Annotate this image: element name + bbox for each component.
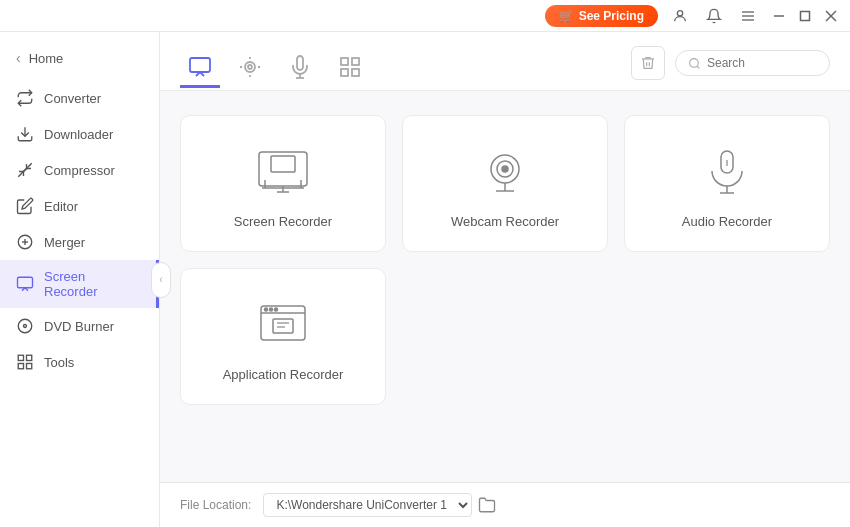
tab-apps[interactable] — [330, 48, 370, 88]
cart-icon: 🛒 — [559, 9, 574, 23]
svg-point-52 — [275, 308, 278, 311]
file-path-select[interactable]: K:\Wondershare UniConverter 1 C:\Users\U… — [263, 493, 472, 517]
svg-rect-18 — [27, 355, 32, 360]
screen-recorder-icon — [16, 275, 34, 293]
sidebar-item-compressor[interactable]: Compressor — [0, 152, 159, 188]
sidebar-item-dvd-burner-label: DVD Burner — [44, 319, 114, 334]
sidebar-item-downloader[interactable]: Downloader — [0, 116, 159, 152]
footer-path: K:\Wondershare UniConverter 1 C:\Users\U… — [263, 493, 496, 517]
recorder-grid-row2: Application Recorder — [180, 268, 830, 405]
sidebar-item-converter-label: Converter — [44, 91, 101, 106]
search-input[interactable] — [707, 56, 817, 70]
tab-webcam[interactable] — [230, 48, 270, 88]
svg-point-41 — [502, 166, 508, 172]
svg-rect-26 — [341, 58, 348, 65]
svg-rect-17 — [18, 355, 23, 360]
webcam-recorder-card-label: Webcam Recorder — [451, 214, 559, 229]
svg-rect-32 — [259, 152, 307, 186]
tab-audio[interactable] — [280, 48, 320, 88]
tab-screen[interactable] — [180, 48, 220, 88]
svg-point-30 — [690, 58, 699, 67]
recorder-grid-row1: Screen Recorder Webcam Recorder — [180, 115, 830, 252]
see-pricing-button[interactable]: 🛒 See Pricing — [545, 5, 658, 27]
downloader-icon — [16, 125, 34, 143]
sidebar-item-tools-label: Tools — [44, 355, 74, 370]
svg-rect-21 — [190, 58, 210, 72]
svg-line-31 — [697, 66, 699, 68]
sidebar-item-editor-label: Editor — [44, 199, 78, 214]
search-icon — [688, 57, 701, 70]
close-button[interactable] — [820, 5, 842, 27]
maximize-button[interactable] — [794, 5, 816, 27]
webcam-recorder-card-icon — [477, 144, 533, 200]
audio-recorder-card-icon — [699, 144, 755, 200]
compressor-icon — [16, 161, 34, 179]
browse-folder-button[interactable] — [478, 496, 496, 514]
svg-line-10 — [18, 169, 26, 177]
toolbar — [160, 32, 850, 91]
sidebar-home[interactable]: ‹ Home — [0, 42, 159, 74]
see-pricing-label: See Pricing — [579, 9, 644, 23]
screen-recorder-card-icon — [255, 144, 311, 200]
sidebar-item-dvd-burner[interactable]: DVD Burner — [0, 308, 159, 344]
svg-point-50 — [265, 308, 268, 311]
sidebar-item-tools[interactable]: Tools — [0, 344, 159, 380]
svg-point-15 — [18, 319, 32, 333]
svg-rect-14 — [18, 277, 33, 288]
menu-button[interactable] — [734, 2, 762, 30]
title-bar-icons — [666, 2, 762, 30]
converter-icon — [16, 89, 34, 107]
application-recorder-card[interactable]: Application Recorder — [180, 268, 386, 405]
footer: File Location: K:\Wondershare UniConvert… — [160, 482, 850, 527]
audio-recorder-card[interactable]: Audio Recorder — [624, 115, 830, 252]
merger-icon — [16, 233, 34, 251]
svg-point-23 — [248, 65, 252, 69]
hamburger-icon — [740, 8, 756, 24]
toolbar-actions — [631, 46, 830, 90]
minimize-button[interactable] — [768, 5, 790, 27]
sidebar-item-merger-label: Merger — [44, 235, 85, 250]
screen-recorder-card[interactable]: Screen Recorder — [180, 115, 386, 252]
grid-area: Screen Recorder Webcam Recorder — [160, 91, 850, 482]
editor-icon — [16, 197, 34, 215]
webcam-recorder-card[interactable]: Webcam Recorder — [402, 115, 608, 252]
sidebar-item-compressor-label: Compressor — [44, 163, 115, 178]
svg-rect-53 — [273, 319, 293, 333]
svg-point-0 — [677, 10, 682, 15]
main-content: Screen Recorder Webcam Recorder — [160, 32, 850, 527]
sidebar-collapse-button[interactable]: ‹ — [151, 262, 171, 298]
sidebar-item-downloader-label: Downloader — [44, 127, 113, 142]
audio-recorder-card-label: Audio Recorder — [682, 214, 772, 229]
svg-rect-19 — [27, 364, 32, 369]
search-box — [675, 50, 830, 76]
home-label: Home — [29, 51, 64, 66]
svg-point-22 — [245, 62, 255, 72]
svg-point-51 — [270, 308, 273, 311]
file-location-label: File Location: — [180, 498, 251, 512]
back-arrow-icon: ‹ — [16, 50, 21, 66]
app-container: ‹ Home Converter Downloader — [0, 32, 850, 527]
svg-rect-27 — [352, 58, 359, 65]
user-icon — [672, 8, 688, 24]
folder-icon — [478, 496, 496, 514]
sidebar-item-screen-recorder[interactable]: Screen Recorder — [0, 260, 159, 308]
title-bar: 🛒 See Pricing — [0, 0, 850, 32]
sidebar-item-converter[interactable]: Converter — [0, 80, 159, 116]
svg-rect-29 — [341, 69, 348, 76]
notification-button[interactable] — [700, 2, 728, 30]
delete-button[interactable] — [631, 46, 665, 80]
sidebar: ‹ Home Converter Downloader — [0, 32, 160, 527]
screen-recorder-card-label: Screen Recorder — [234, 214, 332, 229]
svg-rect-33 — [271, 156, 295, 172]
sidebar-item-screen-recorder-label: Screen Recorder — [44, 269, 140, 299]
toolbar-tabs — [180, 48, 370, 88]
svg-point-16 — [24, 325, 27, 328]
sidebar-item-merger[interactable]: Merger — [0, 224, 159, 260]
application-recorder-card-label: Application Recorder — [223, 367, 344, 382]
dvd-burner-icon — [16, 317, 34, 335]
svg-rect-5 — [801, 11, 810, 20]
svg-rect-28 — [352, 69, 359, 76]
tools-icon — [16, 353, 34, 371]
user-profile-button[interactable] — [666, 2, 694, 30]
sidebar-item-editor[interactable]: Editor — [0, 188, 159, 224]
